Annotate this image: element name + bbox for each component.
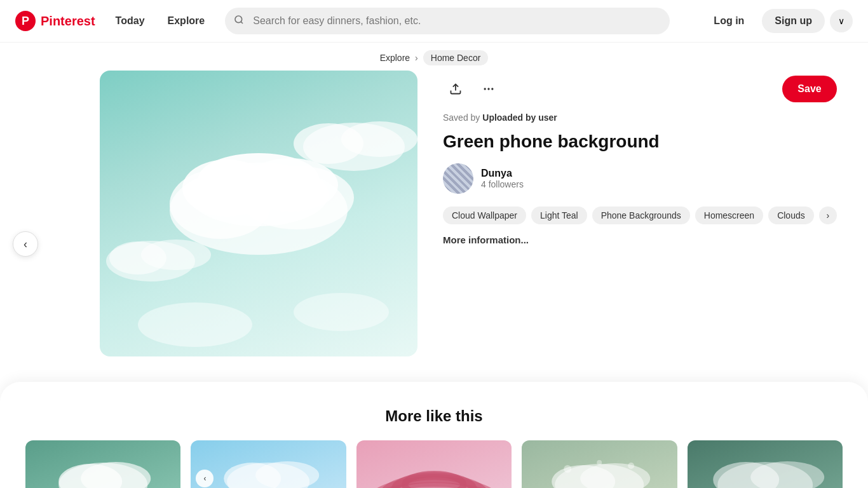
detail-section: Save Saved by Uploaded by user Green pho… [443,71,837,246]
user-row[interactable]: Dunya 4 followers [443,163,837,194]
svg-point-11 [341,121,417,157]
user-name: Dunya [481,168,524,179]
search-input[interactable] [225,8,670,34]
tag-homescreen[interactable]: Homescreen [695,207,763,224]
nav-today[interactable]: Today [105,10,155,32]
detail-actions-left [443,76,501,102]
header-actions: Log in Sign up ∨ [701,9,853,33]
nav-explore[interactable]: Explore [158,10,215,32]
thumbnail-1[interactable] [25,440,180,488]
thumb4-svg [522,440,677,488]
logo-area[interactable]: P Pinterest [15,11,95,31]
upload-button[interactable] [443,76,468,102]
thumb-prev-button[interactable]: ‹ [196,470,214,487]
pinterest-logo-icon: P [15,11,36,31]
pinterest-wordmark: Pinterest [41,14,95,29]
svg-line-1 [241,22,243,24]
avatar-pattern [443,163,473,194]
svg-point-26 [256,461,320,488]
svg-point-20 [491,88,493,90]
saved-by-user: Uploaded by user [482,112,557,123]
detail-actions: Save [443,76,837,102]
svg-point-8 [198,153,319,204]
user-followers: 4 followers [481,179,524,189]
thumbnail-5[interactable] [688,440,843,488]
svg-point-35 [564,465,571,473]
more-info-link[interactable]: More information... [443,234,529,245]
back-arrow-icon: ‹ [24,238,27,251]
login-button[interactable]: Log in [701,9,757,33]
upload-icon [449,83,462,95]
thumb3-svg [356,440,512,488]
svg-point-18 [484,88,486,90]
tags-more-button[interactable]: › [819,207,837,224]
main-image [100,71,417,356]
breadcrumb-separator: › [415,53,418,63]
signup-button[interactable]: Sign up [762,9,825,33]
image-background [100,71,417,356]
svg-point-0 [235,16,242,23]
svg-point-36 [628,463,634,469]
thumbnail-3[interactable] [356,440,512,488]
breadcrumb: Explore › Home Decor [0,43,868,71]
tags-row: Cloud Wallpaper Light Teal Phone Backgro… [443,207,837,224]
tag-phone-backgrounds[interactable]: Phone Backgrounds [592,207,690,224]
thumbnail-4[interactable] [522,440,677,488]
more-options-pin-button[interactable] [476,76,501,102]
more-options-button[interactable]: ∨ [830,10,853,32]
search-bar [225,8,670,34]
avatar [443,163,473,194]
tag-clouds[interactable]: Clouds [768,207,814,224]
ellipsis-icon [482,83,495,95]
svg-point-19 [487,88,489,90]
image-section [100,71,417,356]
pin-title: Green phone background [443,130,837,153]
save-button[interactable]: Save [782,76,836,102]
more-like-title: More like this [25,407,843,425]
main-content: Save Saved by Uploaded by user Green pho… [85,71,783,382]
breadcrumb-category[interactable]: Home Decor [423,50,489,65]
svg-point-16 [294,293,389,331]
svg-point-15 [138,302,252,347]
chevron-down-icon: ∨ [838,16,844,26]
nav-back-button[interactable]: ‹ [13,231,38,257]
thumb-prev-icon: ‹ [203,474,206,483]
thumb2-svg [191,440,346,488]
header: P Pinterest Today Explore Log in Sign up… [0,0,868,43]
tag-cloud-wallpaper[interactable]: Cloud Wallpaper [443,207,526,224]
main-nav: Today Explore [105,10,215,32]
tag-light-teal[interactable]: Light Teal [531,207,587,224]
clouds-svg [100,71,417,356]
user-info: Dunya 4 followers [481,168,524,189]
thumbnails-row: ‹ [25,440,843,488]
thumb5-svg [688,440,843,488]
thumb1-svg [25,440,180,488]
svg-point-14 [141,240,211,270]
breadcrumb-explore[interactable]: Explore [380,53,410,63]
search-icon [234,15,244,27]
tags-more-icon: › [826,210,829,220]
more-like-section: More like this ‹ [0,382,868,488]
svg-point-37 [597,460,602,465]
saved-by-text: Saved by Uploaded by user [443,112,837,123]
thumbnail-2[interactable]: ‹ [191,440,346,488]
